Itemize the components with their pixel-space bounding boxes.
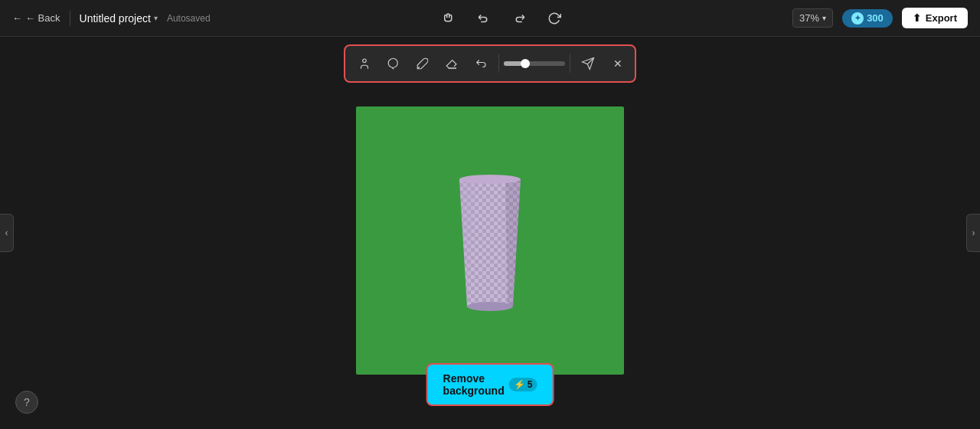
grab-tool-button[interactable] xyxy=(439,8,459,28)
zoom-level: 37% xyxy=(799,12,819,24)
refresh-button[interactable] xyxy=(544,8,564,28)
back-button[interactable]: ← ← Back xyxy=(12,12,60,24)
floating-toolbar: ✕ xyxy=(344,44,636,83)
zoom-chevron-icon: ▾ xyxy=(822,14,826,22)
undo-button[interactable] xyxy=(474,8,494,28)
zoom-control[interactable]: 37% ▾ xyxy=(792,8,833,28)
project-name: Untitled project xyxy=(80,12,151,25)
brush-tool[interactable] xyxy=(410,51,436,77)
cup-graphic xyxy=(440,164,540,317)
toolbar-close-button[interactable]: ✕ xyxy=(607,53,629,74)
nav-divider-1 xyxy=(70,11,70,26)
brush-size-slider[interactable] xyxy=(504,61,565,66)
select-person-tool[interactable] xyxy=(351,51,377,77)
credits-amount: 300 xyxy=(867,12,884,24)
remove-bg-cost-badge: ⚡ 5 xyxy=(509,378,537,391)
remove-bg-label: Removebackground xyxy=(443,372,505,397)
svg-point-9 xyxy=(459,175,521,184)
toolbar-separator-2 xyxy=(570,54,570,73)
back-arrow-icon: ← xyxy=(12,12,22,24)
left-panel-collapse-button[interactable]: ‹ xyxy=(0,214,14,252)
svg-point-10 xyxy=(467,302,513,311)
top-navigation: ← ← Back Untitled project ▾ Autosaved 37… xyxy=(0,0,980,37)
close-icon: ✕ xyxy=(613,57,622,70)
left-chevron-icon: ‹ xyxy=(5,228,8,238)
right-panel-collapse-button[interactable]: › xyxy=(966,214,980,252)
nav-center-controls xyxy=(220,8,783,28)
project-name-area[interactable]: Untitled project ▾ xyxy=(80,12,158,25)
project-chevron-icon: ▾ xyxy=(154,14,158,22)
eraser-tool[interactable] xyxy=(439,51,465,77)
cost-icon: ⚡ xyxy=(514,379,525,390)
cost-amount: 5 xyxy=(528,379,533,390)
canvas-image[interactable] xyxy=(356,106,624,375)
restore-tool[interactable] xyxy=(468,51,494,77)
help-button[interactable]: ? xyxy=(15,391,38,414)
right-chevron-icon: › xyxy=(972,228,975,238)
nav-right-controls: 37% ▾ ✦ 300 ⬆ Export xyxy=(792,8,968,28)
autosaved-label: Autosaved xyxy=(167,13,211,24)
main-canvas-area: ✕ xyxy=(0,37,980,429)
remove-background-button[interactable]: Removebackground ⚡ 5 xyxy=(426,363,554,406)
back-label: ← Back xyxy=(25,12,60,24)
send-tool[interactable] xyxy=(575,51,601,77)
credits-button[interactable]: ✦ 300 xyxy=(842,9,893,28)
credits-icon: ✦ xyxy=(851,12,864,25)
redo-button[interactable] xyxy=(509,8,529,28)
lasso-tool[interactable] xyxy=(381,51,407,77)
export-label: Export xyxy=(926,12,957,24)
help-icon: ? xyxy=(24,396,30,408)
export-button[interactable]: ⬆ Export xyxy=(902,8,968,28)
remove-bg-wrapper: Removebackground ⚡ 5 xyxy=(426,363,554,406)
toolbar-separator xyxy=(498,54,499,73)
svg-point-0 xyxy=(363,59,367,63)
export-arrow-icon: ⬆ xyxy=(913,12,921,24)
